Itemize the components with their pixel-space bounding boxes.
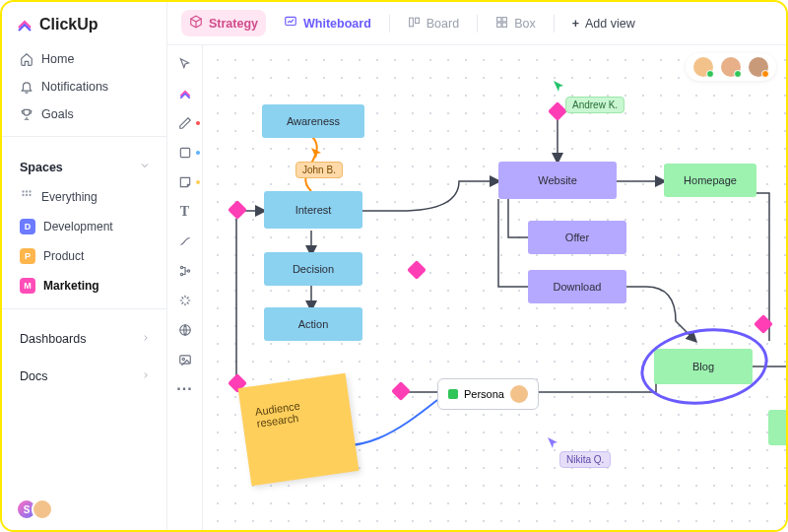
chevron-right-icon <box>141 369 151 383</box>
svg-point-2 <box>29 190 31 192</box>
whiteboard-toolstrip: T ··· <box>167 45 203 530</box>
tool-ai[interactable] <box>176 292 194 309</box>
tool-sticky[interactable] <box>176 173 194 191</box>
node-offer[interactable]: Offer <box>528 221 626 254</box>
tab-box[interactable]: Box <box>488 11 544 36</box>
spaces-header[interactable]: Spaces <box>16 155 155 179</box>
tool-cursor[interactable] <box>176 55 194 73</box>
nav-notifications[interactable]: Notifications <box>16 75 155 99</box>
svg-point-5 <box>29 194 31 196</box>
space-product[interactable]: P Product <box>16 243 155 269</box>
avatar <box>693 57 713 77</box>
chevron-down-icon <box>139 160 151 174</box>
node-partial[interactable] <box>768 410 786 445</box>
space-everything[interactable]: Everything <box>16 183 155 210</box>
nav-label: Home <box>41 52 74 66</box>
svg-point-0 <box>22 190 24 192</box>
avatar <box>721 57 741 77</box>
svg-point-1 <box>26 190 28 192</box>
collaborator-avatars[interactable] <box>686 53 776 81</box>
avatar <box>510 385 528 403</box>
nav-label: Goals <box>41 107 74 121</box>
tool-web[interactable] <box>176 321 194 339</box>
space-chip: P <box>20 248 35 264</box>
dashboards-header[interactable]: Dashboards <box>16 327 155 351</box>
box-icon <box>189 15 203 32</box>
cursor-label-nikita: Nikita Q. <box>559 451 611 468</box>
tool-more[interactable]: ··· <box>176 380 194 398</box>
node-persona[interactable]: Persona <box>437 378 539 410</box>
board-icon <box>408 16 421 32</box>
cursor-icon <box>546 435 559 449</box>
status-square-icon <box>448 389 458 399</box>
tool-branch[interactable] <box>176 262 194 280</box>
connector-handle[interactable] <box>548 101 567 121</box>
node-action[interactable]: Action <box>264 307 362 341</box>
tab-board[interactable]: Board <box>400 11 467 36</box>
sticky-note[interactable]: Audience research <box>238 373 360 486</box>
tool-clickup[interactable] <box>176 85 194 102</box>
tool-connector[interactable] <box>176 233 194 250</box>
space-marketing[interactable]: M Marketing <box>16 273 155 299</box>
tool-pen[interactable] <box>176 114 194 132</box>
plus-icon: + <box>572 17 579 31</box>
svg-rect-7 <box>409 18 413 27</box>
node-decision[interactable]: Decision <box>264 252 362 286</box>
whiteboard-canvas[interactable]: Awareness Interest Decision Action Websi… <box>203 45 786 530</box>
brand-name: ClickUp <box>39 16 98 33</box>
grid-icon <box>495 16 508 32</box>
brand-logo[interactable]: ClickUp <box>16 16 155 33</box>
chevron-right-icon <box>141 332 151 346</box>
node-website[interactable]: Website <box>498 162 617 199</box>
whiteboard-icon <box>284 15 297 32</box>
svg-point-19 <box>182 358 184 360</box>
cursor-label-john: John B. <box>296 162 343 178</box>
add-view-button[interactable]: + Add view <box>564 12 643 35</box>
connector-handle[interactable] <box>754 314 773 334</box>
clickup-logo-icon <box>16 16 33 33</box>
annotation-circle <box>635 320 772 412</box>
view-tabs: Strategy Whiteboard Board Box <box>167 2 786 45</box>
svg-rect-9 <box>497 17 501 21</box>
cursor-icon <box>309 146 323 160</box>
cursor-icon <box>552 79 565 93</box>
connector-handle[interactable] <box>407 260 427 280</box>
svg-rect-10 <box>502 17 506 21</box>
docs-header[interactable]: Docs <box>16 365 155 388</box>
connector-handle[interactable] <box>391 381 411 401</box>
svg-rect-11 <box>497 23 501 27</box>
trophy-icon <box>20 107 33 121</box>
connector-handle[interactable] <box>228 200 247 220</box>
presence-avatars[interactable]: S <box>16 499 53 520</box>
tab-whiteboard[interactable]: Whiteboard <box>276 10 379 36</box>
nav-label: Notifications <box>41 80 108 94</box>
avatar <box>749 57 768 77</box>
svg-rect-6 <box>286 17 296 25</box>
tool-shape[interactable] <box>176 144 194 162</box>
nav-home[interactable]: Home <box>16 47 155 71</box>
space-chip: M <box>20 278 35 294</box>
tool-image[interactable] <box>176 351 194 368</box>
svg-point-4 <box>26 194 28 196</box>
node-awareness[interactable]: Awareness <box>262 104 364 138</box>
sidebar: ClickUp Home Notifications Goals Spaces <box>2 2 167 530</box>
breadcrumb-strategy[interactable]: Strategy <box>181 10 266 36</box>
space-development[interactable]: D Development <box>16 214 155 239</box>
svg-rect-12 <box>502 23 506 27</box>
node-interest[interactable]: Interest <box>264 191 362 229</box>
svg-point-14 <box>180 266 182 268</box>
bell-icon <box>20 80 33 94</box>
svg-rect-8 <box>415 18 419 23</box>
cursor-label-andrew: Andrew K. <box>565 97 624 113</box>
svg-point-15 <box>180 273 182 275</box>
svg-point-16 <box>187 270 189 272</box>
space-chip: D <box>20 219 35 234</box>
node-download[interactable]: Download <box>528 270 626 303</box>
nav-goals[interactable]: Goals <box>16 102 155 126</box>
tool-text[interactable]: T <box>176 203 194 221</box>
grid-icon <box>20 188 33 205</box>
node-homepage[interactable]: Homepage <box>664 164 756 197</box>
main-area: Strategy Whiteboard Board Box <box>167 2 786 530</box>
svg-rect-13 <box>180 148 189 157</box>
avatar <box>32 499 53 520</box>
